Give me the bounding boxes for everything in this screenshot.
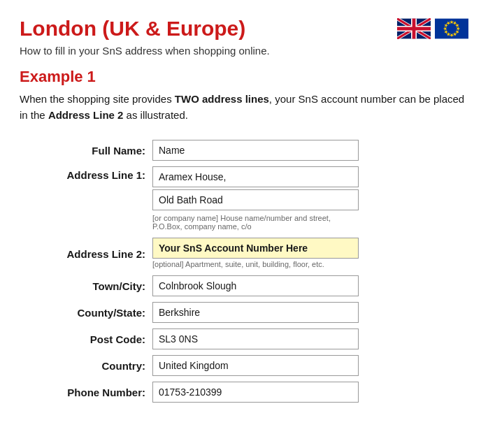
- address-form: Full Name: Address Line 1: [or company n…: [20, 137, 468, 405]
- county-state-input-cell: [152, 299, 468, 326]
- country-input-cell: [152, 352, 468, 379]
- address-line2-row: Address Line 2: [optional] Apartment, su…: [20, 235, 468, 273]
- country-label: Country:: [20, 352, 152, 379]
- county-state-label: County/State:: [20, 299, 152, 326]
- address-line1-input2[interactable]: [152, 189, 359, 210]
- address-line1-group: [or company name] House name/number and …: [152, 166, 468, 232]
- phone-number-input[interactable]: [152, 382, 359, 403]
- town-city-input-cell: [152, 273, 468, 299]
- address-line2-hint: [optional] Apartment, suite, unit, build…: [152, 260, 359, 268]
- country-row: Country:: [20, 352, 468, 379]
- address-line2-input[interactable]: [152, 238, 359, 259]
- address-line2-label: Address Line 2:: [20, 235, 152, 273]
- post-code-input-cell: [152, 326, 468, 352]
- town-city-input[interactable]: [152, 275, 359, 296]
- uk-flag-icon: [397, 18, 431, 39]
- phone-number-label: Phone Number:: [20, 379, 152, 405]
- full-name-input[interactable]: [152, 140, 359, 161]
- description: When the shopping site provides TWO addr…: [20, 92, 468, 123]
- subtitle: How to fill in your SnS address when sho…: [20, 45, 468, 57]
- full-name-label: Full Name:: [20, 137, 152, 164]
- address-line1-input-cell: [or company name] House name/number and …: [152, 164, 468, 235]
- address-line1-label: Address Line 1:: [20, 164, 152, 235]
- flags-container: [397, 18, 468, 39]
- post-code-label: Post Code:: [20, 326, 152, 352]
- full-name-row: Full Name:: [20, 137, 468, 164]
- phone-number-row: Phone Number:: [20, 379, 468, 405]
- town-city-row: Town/City:: [20, 273, 468, 299]
- county-state-input[interactable]: [152, 302, 359, 323]
- address-line1-hint: [or company name] House name/number and …: [152, 214, 359, 231]
- phone-number-input-cell: [152, 379, 468, 405]
- header-row: London (UK & Europe): [20, 17, 468, 41]
- address-line1-row: Address Line 1: [or company name] House …: [20, 164, 468, 235]
- post-code-input[interactable]: [152, 328, 359, 349]
- page-title: London (UK & Europe): [20, 17, 245, 41]
- address-line1-input1[interactable]: [152, 166, 359, 187]
- country-input[interactable]: [152, 355, 359, 376]
- full-name-input-cell: [152, 137, 468, 164]
- address-line2-input-cell: [optional] Apartment, suite, unit, build…: [152, 235, 468, 273]
- county-state-row: County/State:: [20, 299, 468, 326]
- town-city-label: Town/City:: [20, 273, 152, 299]
- eu-flag-icon: [435, 18, 468, 39]
- example-title: Example 1: [20, 68, 468, 86]
- post-code-row: Post Code:: [20, 326, 468, 352]
